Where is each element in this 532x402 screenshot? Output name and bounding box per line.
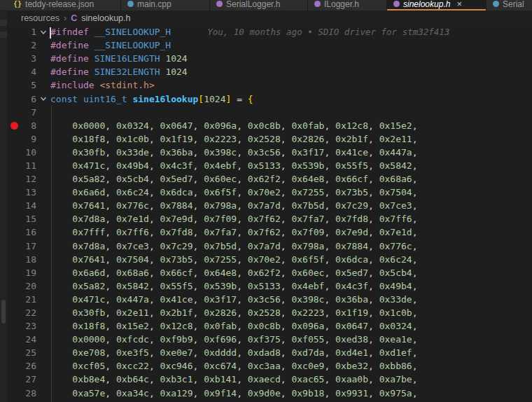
code-text[interactable]: #include <stdint.h> [50, 80, 155, 90]
line-number[interactable]: 5 [18, 80, 36, 90]
code-text[interactable]: 0x6a6d, 0x6c24, 0x6dca, 0x6f5f, 0x70e2, … [50, 187, 417, 197]
tab-label: Serial [503, 0, 524, 9]
line-number[interactable]: 4 [18, 67, 36, 77]
c-header-file-icon [393, 1, 400, 7]
code-text[interactable]: 0xe708, 0xe3f5, 0xe0e7, 0xdddd, 0xdad8, … [50, 347, 417, 358]
fold-chevron-down-icon[interactable] [36, 95, 50, 102]
line-number[interactable]: 1 [18, 27, 36, 37]
code-text[interactable]: 0x471c, 0x49b4, 0x4c3f, 0x4ebf, 0x5133, … [50, 160, 417, 171]
sidebar-scrollbar-thumb[interactable] [1, 300, 6, 324]
line-number[interactable]: 26 [18, 361, 36, 371]
code-text[interactable]: 0xb8e4, 0xb64c, 0xb3c1, 0xb141, 0xaecd, … [50, 374, 417, 384]
line-number[interactable]: 28 [18, 388, 36, 398]
line-number[interactable]: 2 [18, 40, 36, 50]
code-text[interactable]: 0x0000, 0x0324, 0x0647, 0x096a, 0x0c8b, … [50, 120, 417, 131]
code-text[interactable]: 0x30fb, 0x2e11, 0x2b1f, 0x2826, 0x2528, … [50, 307, 417, 318]
code-token: , [412, 374, 418, 384]
line-number[interactable]: 18 [18, 254, 36, 265]
code-token: , [237, 214, 248, 224]
code-line: 13 0x6a6d, 0x6c24, 0x6dca, 0x6f5f, 0x70e… [7, 186, 532, 199]
code-token: 0x7d8a [72, 241, 105, 251]
code-text[interactable]: #define SINE16LENGTH 1024 [50, 53, 188, 64]
code-text[interactable]: 0x7d8a, 0x7e1d, 0x7e9d, 0x7f09, 0x7f62, … [50, 214, 417, 224]
line-number[interactable]: 21 [18, 294, 36, 305]
code-text[interactable]: 0x5a82, 0x5cb4, 0x5ed7, 0x60ec, 0x62f2, … [50, 174, 417, 184]
close-icon[interactable]: × [456, 0, 462, 8]
code-token: 0xdad8 [248, 347, 281, 358]
code-token: 0x398c [291, 294, 324, 305]
code-text[interactable]: 0x7fff, 0x7ff6, 0x7fd8, 0x7fa7, 0x7f62, … [50, 227, 417, 237]
breakpoint-gutter[interactable] [7, 122, 18, 130]
code-text[interactable]: const uint16_t sine16lookup[1024] = { [50, 94, 253, 104]
code-token: 0x3f17 [291, 147, 324, 158]
line-number[interactable]: 10 [18, 147, 36, 158]
line-number[interactable]: 11 [18, 160, 36, 171]
code-text[interactable]: #define __SINELOOKUP_H [50, 40, 171, 50]
code-token: 0x60ec [204, 174, 237, 184]
line-number[interactable]: 22 [18, 307, 36, 318]
code-text[interactable]: #ifndef __SINELOOKUP_HYou, 10 months ago… [50, 27, 449, 37]
code-token: #include [50, 80, 94, 90]
code-text[interactable]: 0x7d8a, 0x7ce3, 0x7c29, 0x7b5d, 0x7a7d, … [50, 241, 417, 251]
code-text[interactable]: 0x6a6d, 0x68a6, 0x66cf, 0x64e8, 0x62f2, … [50, 268, 417, 278]
code-token: , [412, 268, 418, 278]
code-text[interactable]: 0x18f8, 0x15e2, 0x12c8, 0x0fab, 0x0c8b, … [50, 321, 417, 331]
code-token: , [237, 388, 248, 398]
code-text[interactable]: 0xa57e, 0xa34c, 0xa129, 0x9f14, 0x9d0e, … [50, 388, 417, 398]
code-text[interactable]: 0x7641, 0x7504, 0x73b5, 0x7255, 0x70e2, … [50, 254, 417, 265]
code-token [50, 241, 72, 251]
line-number[interactable]: 12 [18, 174, 36, 184]
code-text[interactable]: 0x0000, 0xfcdc, 0xf9b9, 0xf696, 0xf375, … [50, 334, 417, 345]
tab-sinelookup-h[interactable]: sinelookup.h× [387, 0, 486, 11]
code-token: 0xbb86 [379, 361, 412, 371]
breadcrumb-file[interactable]: sinelookup.h [81, 13, 130, 23]
code-text[interactable]: 0xcf05, 0xcc22, 0xc946, 0xc674, 0xc3aa, … [50, 361, 417, 371]
breadcrumb-folder[interactable]: resources [21, 13, 59, 23]
tab-teddy-release-json[interactable]: {}teddy-release.json [7, 0, 121, 11]
code-token: 0x1c0b [379, 307, 412, 318]
code-token [50, 254, 72, 265]
code-token: 0x4ebf [291, 281, 324, 291]
tab-serial[interactable]: Serial [486, 0, 532, 11]
code-text[interactable]: 0x5a82, 0x5842, 0x55f5, 0x539b, 0x5133, … [50, 281, 417, 291]
code-token: , [324, 281, 335, 291]
tab-seriallogger-h[interactable]: SerialLogger.h [210, 0, 308, 11]
line-number[interactable]: 24 [18, 334, 36, 345]
code-token: , [324, 134, 335, 144]
code-token: , [324, 268, 335, 278]
code-token: 0x15e2 [379, 120, 412, 131]
code-token: = [231, 94, 247, 104]
code-text[interactable]: #define SINE32LENGTH 1024 [50, 67, 188, 77]
line-number[interactable]: 20 [18, 281, 36, 291]
code-token: 0x36ba [160, 147, 193, 158]
line-number[interactable]: 23 [18, 321, 36, 331]
code-text[interactable]: 0x471c, 0x447a, 0x41ce, 0x3f17, 0x3c56, … [50, 294, 417, 305]
line-number[interactable]: 8 [18, 120, 36, 131]
tab-main-cpp[interactable]: main.cpp [121, 0, 210, 11]
line-number[interactable]: 19 [18, 268, 36, 278]
line-number[interactable]: 13 [18, 187, 36, 197]
line-number[interactable]: 27 [18, 374, 36, 384]
line-number[interactable]: 15 [18, 214, 36, 224]
tab-ilogger-h[interactable]: ILogger.h [308, 0, 387, 11]
line-number[interactable]: 6 [18, 94, 36, 104]
line-number[interactable]: 25 [18, 347, 36, 358]
code-token: 0x975a [379, 388, 412, 398]
code-text[interactable]: 0x18f8, 0x1c0b, 0x1f19, 0x2223, 0x2528, … [50, 134, 417, 144]
code-editor[interactable]: 1#ifndef __SINELOOKUP_HYou, 10 months ag… [7, 25, 532, 402]
code-token: uint16_t [83, 94, 127, 104]
code-token: , [368, 294, 379, 305]
line-number[interactable]: 9 [18, 134, 36, 144]
fold-chevron-down-icon[interactable] [36, 29, 50, 36]
line-number[interactable]: 14 [18, 200, 36, 211]
line-number[interactable]: 7 [18, 107, 36, 118]
line-number[interactable]: 3 [18, 53, 36, 64]
line-number[interactable]: 17 [18, 241, 36, 251]
code-token: 0x36ba [335, 294, 368, 305]
breakpoint-icon[interactable] [10, 122, 18, 130]
code-token: , [149, 361, 160, 371]
code-text[interactable]: 0x7641, 0x776c, 0x7884, 0x798a, 0x7a7d, … [50, 200, 417, 211]
line-number[interactable]: 16 [18, 227, 36, 237]
code-text[interactable]: 0x30fb, 0x33de, 0x36ba, 0x398c, 0x3c56, … [50, 147, 417, 158]
code-token [78, 94, 83, 104]
